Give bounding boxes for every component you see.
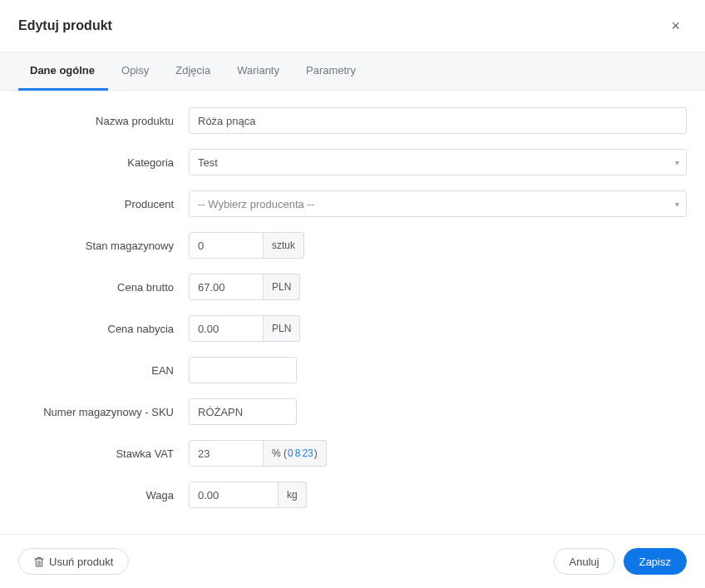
cancel-button[interactable]: Anuluj: [554, 548, 615, 575]
label-price-gross: Cena brutto: [18, 281, 189, 294]
sku-input[interactable]: [189, 398, 297, 425]
form-area: Nazwa produktu Kategoria Test ▾ Producen…: [0, 91, 705, 534]
label-stock: Stan magazynowy: [18, 240, 189, 252]
save-button[interactable]: Zapisz: [624, 548, 687, 575]
row-sku: Numer magazynowy - SKU: [18, 398, 687, 425]
row-weight: Waga kg: [18, 482, 687, 508]
tab-descriptions[interactable]: Opisy: [108, 52, 162, 91]
purchase-price-input[interactable]: [189, 315, 264, 342]
row-vat: Stawka VAT % (0 8 23): [18, 440, 687, 467]
label-producer: Producent: [18, 198, 189, 210]
modal-title: Edytuj produkt: [18, 18, 112, 33]
ean-input[interactable]: [189, 357, 297, 383]
label-vat: Stawka VAT: [18, 447, 189, 460]
category-select[interactable]: Test ▾: [189, 149, 687, 175]
producer-select[interactable]: -- Wybierz producenta -- ▾: [189, 190, 687, 217]
save-label: Zapisz: [639, 556, 671, 568]
row-purchase-price: Cena nabycia PLN: [18, 315, 687, 342]
price-gross-unit: PLN: [264, 274, 300, 300]
chevron-down-icon: ▾: [675, 158, 679, 167]
label-weight: Waga: [18, 489, 189, 502]
footer-right: Anuluj Zapisz: [554, 548, 687, 575]
weight-input[interactable]: [189, 482, 279, 508]
weight-unit: kg: [279, 482, 307, 508]
delete-product-button[interactable]: Usuń produkt: [18, 548, 129, 575]
vat-preset-8[interactable]: 8: [294, 447, 302, 459]
close-icon[interactable]: ×: [664, 15, 687, 37]
label-product-name: Nazwa produktu: [18, 115, 189, 127]
trash-icon: [34, 556, 44, 567]
modal-header: Edytuj produkt ×: [0, 0, 705, 52]
stock-input[interactable]: [189, 232, 264, 259]
price-gross-input[interactable]: [189, 274, 264, 300]
producer-selected-value: -- Wybierz producenta --: [198, 198, 314, 210]
tab-parameters[interactable]: Parametry: [293, 52, 369, 91]
vat-preset-0[interactable]: 0: [287, 447, 294, 459]
vat-input[interactable]: [189, 440, 264, 467]
row-producer: Producent -- Wybierz producenta -- ▾: [18, 190, 687, 217]
tab-bar: Dane ogólne Opisy Zdjęcia Warianty Param…: [0, 52, 705, 91]
row-product-name: Nazwa produktu: [18, 107, 687, 134]
vat-unit-prefix: % (: [272, 447, 287, 459]
edit-product-modal: Edytuj produkt × Dane ogólne Opisy Zdjęc…: [0, 0, 705, 588]
vat-preset-23[interactable]: 23: [301, 447, 313, 459]
chevron-down-icon: ▾: [675, 200, 679, 209]
tab-general[interactable]: Dane ogólne: [18, 52, 108, 91]
label-purchase-price: Cena nabycia: [18, 323, 189, 335]
label-category: Kategoria: [18, 156, 189, 169]
label-ean: EAN: [18, 364, 189, 377]
row-ean: EAN: [18, 357, 687, 383]
stock-unit: sztuk: [264, 232, 304, 259]
row-stock: Stan magazynowy sztuk: [18, 232, 687, 259]
product-name-input[interactable]: [189, 107, 687, 134]
vat-unit-suffix: ): [314, 447, 318, 459]
purchase-price-unit: PLN: [264, 315, 300, 342]
row-price-gross: Cena brutto PLN: [18, 274, 687, 300]
delete-product-label: Usuń produkt: [49, 556, 113, 568]
tab-variants[interactable]: Warianty: [224, 52, 293, 91]
cancel-label: Anuluj: [569, 556, 599, 568]
label-sku: Numer magazynowy - SKU: [18, 406, 189, 418]
category-selected-value: Test: [198, 156, 218, 169]
vat-suffix: % (0 8 23): [264, 440, 327, 467]
tab-photos[interactable]: Zdjęcia: [162, 52, 224, 91]
row-category: Kategoria Test ▾: [18, 149, 687, 175]
modal-footer: Usuń produkt Anuluj Zapisz: [0, 534, 705, 588]
